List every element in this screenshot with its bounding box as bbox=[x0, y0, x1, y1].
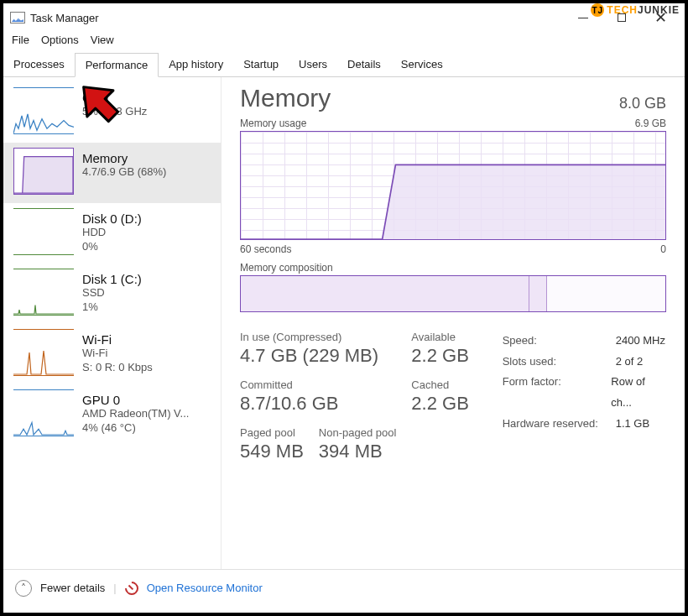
nonpaged-label: Non-paged pool bbox=[319, 426, 397, 439]
available-value: 2.2 GB bbox=[411, 345, 483, 367]
memory-detail-panel: Memory 8.0 GB Memory usage 6.9 GB 60 sec… bbox=[222, 77, 685, 569]
sidebar-disk1-sub1: SSD bbox=[82, 286, 142, 300]
chart-xleft: 60 seconds bbox=[240, 243, 291, 255]
nonpaged-value: 394 MB bbox=[319, 441, 397, 462]
sidebar-wifi-title: Wi-Fi bbox=[82, 332, 153, 347]
sidebar-disk1-title: Disk 1 (C:) bbox=[82, 272, 142, 286]
window-footer: ˄ Fewer details | Open Resource Monitor bbox=[3, 569, 685, 606]
task-manager-icon bbox=[10, 12, 25, 23]
resource-monitor-icon bbox=[122, 578, 141, 598]
sidebar-memory-title: Memory bbox=[82, 151, 166, 165]
page-title: Memory bbox=[240, 84, 331, 112]
paged-label: Paged pool bbox=[240, 426, 304, 439]
chart-xright: 0 bbox=[660, 243, 666, 255]
fewer-details-link[interactable]: Fewer details bbox=[40, 582, 105, 594]
committed-label: Committed bbox=[240, 378, 396, 391]
tab-startup[interactable]: Startup bbox=[233, 52, 289, 76]
title-bar: Task Manager ✕ bbox=[3, 3, 685, 32]
tab-performance[interactable]: Performance bbox=[75, 53, 159, 77]
sidebar-item-gpu[interactable]: GPU 0 AMD Radeon(TM) V... 4% (46 °C) bbox=[3, 384, 221, 445]
watermark: TJ TECHJUNKIE bbox=[591, 3, 680, 17]
memory-stats: In use (Compressed) 4.7 GB (229 MB) Comm… bbox=[240, 331, 666, 474]
cached-label: Cached bbox=[411, 378, 483, 391]
wifi-mini-chart bbox=[13, 329, 74, 376]
menu-file[interactable]: File bbox=[12, 34, 29, 50]
chart-title: Memory usage bbox=[240, 117, 306, 129]
memory-usage-chart[interactable] bbox=[240, 131, 666, 240]
chevron-up-icon[interactable]: ˄ bbox=[15, 580, 32, 597]
composition-label: Memory composition bbox=[240, 262, 333, 274]
tab-services[interactable]: Services bbox=[391, 52, 453, 76]
annotation-arrow-icon bbox=[76, 79, 122, 126]
sidebar-disk0-sub2: 0% bbox=[82, 240, 142, 254]
cpu-mini-chart bbox=[13, 87, 74, 134]
memory-composition-bar[interactable] bbox=[240, 275, 666, 312]
memory-total: 8.0 GB bbox=[619, 95, 666, 112]
gpu-mini-chart bbox=[13, 389, 74, 436]
menu-bar: File Options View bbox=[3, 32, 685, 52]
sidebar-gpu-sub1: AMD Radeon(TM) V... bbox=[82, 407, 189, 421]
open-resource-monitor-link[interactable]: Open Resource Monitor bbox=[147, 582, 263, 594]
sidebar-gpu-sub2: 4% (46 °C) bbox=[82, 421, 189, 436]
watermark-icon: TJ bbox=[591, 3, 604, 17]
sidebar-disk0-sub1: HDD bbox=[82, 226, 142, 240]
available-label: Available bbox=[411, 331, 483, 343]
sidebar-wifi-sub2: S: 0 R: 0 Kbps bbox=[82, 361, 153, 375]
sidebar-item-disk1[interactable]: Disk 1 (C:) SSD 1% bbox=[3, 264, 221, 324]
sidebar-item-disk0[interactable]: Disk 0 (D:) HDD 0% bbox=[3, 203, 221, 264]
memory-spec-table: Speed:2400 MHz Slots used:2 of 2 Form fa… bbox=[503, 331, 666, 474]
tab-app-history[interactable]: App history bbox=[159, 52, 233, 76]
in-use-value: 4.7 GB (229 MB) bbox=[240, 345, 396, 367]
sidebar-memory-sub: 4.7/6.9 GB (68%) bbox=[82, 165, 166, 180]
memory-mini-chart bbox=[13, 148, 74, 195]
sidebar-wifi-sub1: Wi-Fi bbox=[82, 347, 153, 361]
tab-details[interactable]: Details bbox=[337, 52, 391, 76]
paged-value: 549 MB bbox=[240, 441, 304, 462]
committed-value: 8.7/10.6 GB bbox=[240, 393, 396, 415]
in-use-label: In use (Compressed) bbox=[240, 331, 396, 343]
window-title: Task Manager bbox=[30, 12, 99, 24]
disk0-mini-chart bbox=[13, 208, 74, 255]
sidebar-item-wifi[interactable]: Wi-Fi Wi-Fi S: 0 R: 0 Kbps bbox=[3, 324, 221, 384]
tab-processes[interactable]: Processes bbox=[3, 52, 75, 76]
disk1-mini-chart bbox=[13, 269, 74, 316]
sidebar-disk1-sub2: 1% bbox=[82, 300, 142, 315]
performance-sidebar: CPU 5% 1.43 GHz Memory 4.7/6.9 GB (68%) … bbox=[3, 77, 222, 569]
tab-users[interactable]: Users bbox=[289, 52, 337, 76]
sidebar-disk0-title: Disk 0 (D:) bbox=[82, 211, 142, 226]
tabs: Processes Performance App history Startu… bbox=[3, 52, 685, 77]
sidebar-item-memory[interactable]: Memory 4.7/6.9 GB (68%) bbox=[3, 143, 221, 203]
cached-value: 2.2 GB bbox=[411, 393, 483, 415]
menu-options[interactable]: Options bbox=[41, 34, 79, 50]
sidebar-gpu-title: GPU 0 bbox=[82, 393, 189, 407]
menu-view[interactable]: View bbox=[91, 34, 114, 50]
chart-ymax: 6.9 GB bbox=[635, 117, 666, 129]
